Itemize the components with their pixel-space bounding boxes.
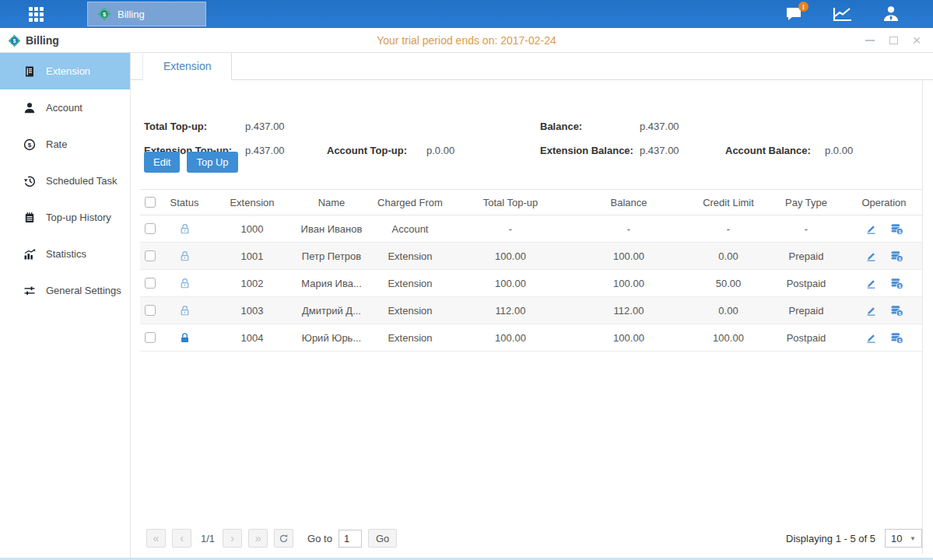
edit-icon[interactable] — [865, 278, 877, 289]
rate-icon: $ — [23, 138, 36, 151]
minimize-button[interactable] — [865, 35, 875, 46]
cell-balance: 112.00 — [568, 297, 689, 324]
topup-coins-icon[interactable]: $ — [890, 278, 903, 289]
statistics-icon — [23, 248, 36, 261]
cell-total-topup: 100.00 — [453, 270, 568, 296]
cell-balance: 100.00 — [568, 270, 689, 296]
col-operation: Operation — [845, 190, 923, 215]
sidebar-item-topup-history[interactable]: Top-up History — [0, 199, 130, 236]
select-all-checkbox[interactable] — [145, 197, 156, 208]
table-row: 1000 Иван Иванов Account - - - - $ — [140, 215, 923, 243]
table-row: 1001 Петр Петров Extension 100.00 100.00… — [140, 243, 923, 270]
cell-name: Дмитрий Д... — [296, 297, 367, 324]
account-balance-label: Account Balance: — [725, 145, 811, 156]
topbar: $ Billing ! — [0, 0, 933, 28]
page-indicator: 1/1 — [201, 533, 215, 544]
row-checkbox[interactable] — [145, 332, 156, 343]
go-button[interactable]: Go — [368, 529, 397, 548]
table-row: 1002 Мария Ива... Extension 100.00 100.0… — [140, 270, 923, 297]
balance-label: Balance: — [540, 121, 582, 132]
col-credit-limit: Credit Limit — [689, 190, 767, 215]
prev-page-button[interactable]: ‹ — [172, 529, 191, 548]
displaying-text: Displaying 1 - 5 of 5 — [786, 533, 875, 544]
table-row: 1004 Юрий Юрь... Extension 100.00 100.00… — [140, 324, 923, 352]
cell-charged-from: Extension — [367, 324, 453, 351]
cell-charged-from: Extension — [367, 270, 453, 296]
cell-pay-type: Prepaid — [767, 243, 845, 269]
billing-icon: $ — [8, 34, 21, 47]
pagination-bar: « ‹ 1/1 › » Go to Go Displaying 1 - 5 of… — [146, 528, 922, 548]
svg-text:$: $ — [103, 11, 107, 18]
cell-credit-limit: 0.00 — [689, 243, 767, 269]
page-size-select[interactable]: 10 ▼ — [885, 529, 922, 548]
summary-panel: Total Top-up: p.437.00 Balance: p.437.00… — [131, 80, 933, 166]
sidebar-item-statistics[interactable]: Statistics — [0, 236, 130, 272]
sidebar-item-scheduled-task[interactable]: Scheduled Task — [0, 163, 130, 199]
lock-open-icon — [179, 305, 191, 317]
svg-text:$: $ — [12, 37, 16, 44]
cell-credit-limit: 100.00 — [689, 324, 767, 351]
topup-coins-icon[interactable]: $ — [890, 223, 903, 235]
table-row: 1003 Дмитрий Д... Extension 112.00 112.0… — [140, 297, 923, 324]
row-checkbox[interactable] — [145, 223, 156, 234]
trial-notice: Your trial period ends on: 2017-02-24 — [377, 28, 556, 53]
app-grid-icon[interactable] — [29, 7, 54, 22]
resource-monitor-icon[interactable] — [832, 4, 854, 24]
first-page-button[interactable]: « — [146, 529, 166, 548]
edit-button[interactable]: Edit — [144, 152, 180, 173]
account-balance-value: p.0.00 — [825, 145, 853, 156]
next-page-button[interactable]: › — [223, 529, 242, 548]
topup-coins-icon[interactable]: $ — [890, 250, 903, 262]
sidebar-item-rate[interactable]: $ Rate — [0, 126, 130, 163]
account-icon — [23, 102, 36, 114]
general-settings-icon — [23, 285, 36, 297]
col-total-topup: Total Top-up — [453, 190, 568, 215]
col-status: Status — [160, 190, 209, 215]
extension-topup-value: p.437.00 — [245, 145, 285, 156]
taskbar-tab-label: Billing — [118, 9, 145, 20]
edit-icon[interactable] — [865, 223, 877, 235]
topup-history-icon — [23, 212, 36, 224]
account-topup-value: p.0.00 — [426, 145, 454, 156]
row-checkbox[interactable] — [145, 278, 156, 289]
refresh-button[interactable] — [274, 529, 293, 548]
sidebar-item-account[interactable]: Account — [0, 89, 130, 126]
user-icon[interactable] — [880, 4, 902, 24]
goto-page-input[interactable] — [338, 530, 362, 548]
last-page-button[interactable]: » — [248, 529, 268, 548]
balance-value: p.437.00 — [640, 121, 679, 132]
sidebar-item-extension[interactable]: Extension — [0, 53, 130, 89]
cell-balance: - — [568, 215, 689, 242]
row-checkbox[interactable] — [145, 250, 156, 261]
tab-extension[interactable]: Extension — [142, 53, 232, 80]
table-body: 1000 Иван Иванов Account - - - - $ 1001 … — [140, 215, 923, 352]
maximize-button[interactable] — [888, 35, 899, 46]
topup-coins-icon[interactable]: $ — [890, 305, 903, 317]
taskbar-tab-billing[interactable]: $ Billing — [87, 2, 206, 26]
cell-charged-from: Account — [367, 215, 453, 242]
extension-icon — [23, 65, 36, 78]
lock-open-icon — [179, 223, 191, 235]
col-pay-type: Pay Type — [767, 190, 845, 215]
chevron-down-icon: ▼ — [910, 535, 916, 542]
sidebar-item-general-settings[interactable]: General Settings — [0, 272, 130, 309]
row-checkbox[interactable] — [145, 305, 156, 316]
edit-icon[interactable] — [865, 250, 877, 262]
edit-icon[interactable] — [865, 332, 877, 344]
tab-strip: Extension — [131, 53, 933, 80]
topup-coins-icon[interactable]: $ — [890, 332, 903, 344]
notifications-icon[interactable]: ! — [784, 4, 805, 24]
close-button[interactable]: × — [911, 35, 922, 46]
notification-badge: ! — [798, 2, 808, 12]
account-topup-label: Account Top-up: — [327, 145, 407, 156]
cell-name: Мария Ива... — [296, 270, 367, 296]
cell-name: Иван Иванов — [296, 215, 367, 242]
cell-pay-type: Postpaid — [767, 324, 845, 351]
total-topup-label: Total Top-up: — [144, 121, 207, 132]
top-up-button[interactable]: Top Up — [187, 152, 237, 173]
window-title: Billing — [26, 34, 59, 47]
cell-pay-type: Postpaid — [767, 270, 845, 296]
extension-table: Status Extension Name Charged From Total… — [140, 189, 923, 352]
lock-open-icon — [179, 278, 191, 289]
edit-icon[interactable] — [865, 305, 877, 317]
